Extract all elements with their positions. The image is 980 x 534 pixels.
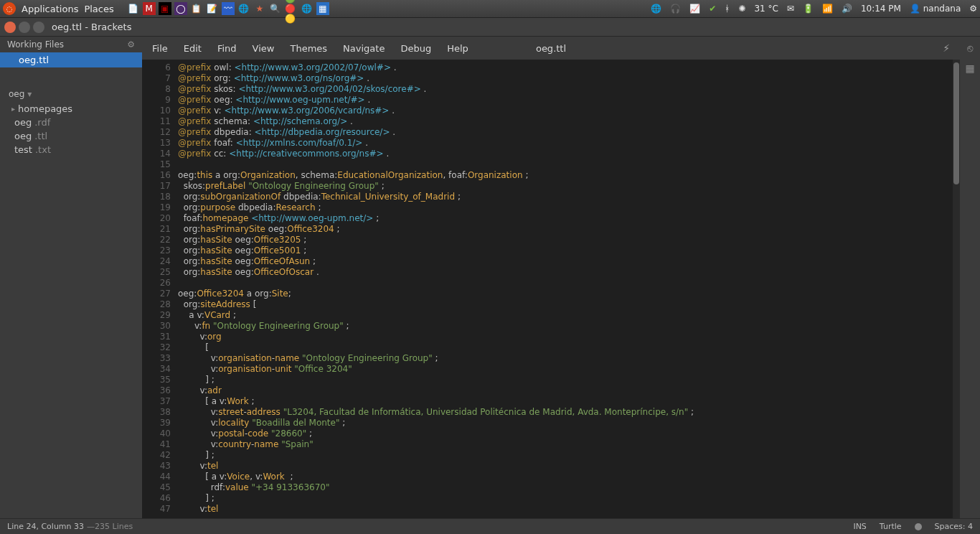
disclosure-triangle-icon: ▸ — [11, 105, 15, 113]
document-name: oeg.ttl — [536, 43, 566, 54]
menu-debug[interactable]: Debug — [400, 43, 431, 54]
indent-mode[interactable]: Spaces: 4 — [935, 522, 973, 531]
menu-view[interactable]: View — [253, 43, 275, 54]
os-menu-applications[interactable]: Applications — [22, 4, 78, 14]
right-toolbar: ⎋ ▦ — [960, 37, 980, 518]
window-title-text: oeg.ttl - Brackets — [52, 22, 131, 32]
tray-app-icon[interactable]: ◯ — [174, 2, 187, 15]
statusbar: Line 24, Column 33 — 235 Lines INS Turtl… — [0, 518, 980, 534]
indicator-icon[interactable]: 📈 — [689, 4, 700, 14]
line-count: 235 Lines — [95, 522, 133, 531]
wifi-icon[interactable]: 📶 — [822, 4, 833, 14]
clock-label: 10:14 PM — [861, 4, 901, 14]
tray-app-icon[interactable]: ▦ — [316, 2, 329, 15]
user-menu[interactable]: 👤 nandana — [910, 4, 961, 14]
tray-app-icon[interactable]: 🔍 — [269, 2, 282, 15]
bluetooth-icon[interactable]: ᚼ — [725, 4, 730, 14]
tray-app-icon[interactable]: 📄 — [127, 2, 140, 15]
project-folder[interactable]: ▸ homepages — [0, 102, 142, 116]
project-name[interactable]: oeg — [9, 89, 24, 99]
tray-app-icon[interactable]: M — [143, 2, 156, 15]
indicator-icon[interactable]: 🎧 — [670, 4, 681, 14]
temperature-label: 31 °C — [754, 4, 778, 14]
indicator-icon[interactable]: 🌐 — [651, 4, 661, 14]
window-close-icon[interactable] — [4, 22, 16, 33]
project-file-item[interactable]: oeg.rdf — [0, 116, 142, 129]
indicator-icon[interactable]: ✔ — [709, 4, 716, 14]
toolbar-icon[interactable]: ⎋ — [967, 42, 973, 54]
working-file-item[interactable]: oeg.ttl — [0, 52, 142, 67]
os-tray-app-icons: 📄 M ▣ ◯ 📋 📝 〰 🌐 ★ 🔍 🟢🔴🟡 🌐 ▦ — [127, 2, 329, 15]
menu-help[interactable]: Help — [447, 43, 468, 54]
menu-find[interactable]: Find — [217, 43, 237, 54]
tray-app-icon[interactable]: 📋 — [190, 2, 203, 15]
window-maximize-icon[interactable] — [33, 22, 44, 33]
menubar: FileEditFindViewThemesNavigateDebugHelp … — [142, 37, 960, 60]
scrollbar-thumb[interactable] — [953, 62, 959, 184]
tray-app-icon[interactable]: 🌐 — [301, 2, 314, 15]
volume-icon[interactable]: 🔊 — [842, 4, 852, 14]
mail-icon[interactable]: ✉ — [787, 4, 794, 14]
os-menu-places[interactable]: Places — [84, 4, 113, 14]
tray-app-icon[interactable]: 🌐 — [237, 2, 250, 15]
menu-navigate[interactable]: Navigate — [343, 43, 385, 54]
menu-themes[interactable]: Themes — [290, 43, 327, 54]
tray-app-icon[interactable]: ★ — [253, 2, 266, 15]
language-mode[interactable]: Turtle — [880, 522, 902, 531]
ubuntu-logo-icon[interactable]: ◌ — [3, 2, 16, 15]
tray-app-icon[interactable]: 〰 — [222, 2, 235, 15]
tray-app-icon[interactable]: 📝 — [206, 2, 219, 15]
lint-status-icon[interactable] — [915, 523, 922, 530]
sidebar-gear-icon[interactable]: ⚙ — [127, 39, 135, 50]
battery-icon[interactable]: 🔋 — [803, 4, 814, 14]
menu-file[interactable]: File — [152, 43, 168, 54]
project-file-item[interactable]: oeg.ttl — [0, 129, 142, 143]
window-titlebar: oeg.ttl - Brackets — [0, 18, 980, 37]
live-preview-icon[interactable]: ⚡ — [943, 42, 950, 54]
weather-icon[interactable]: ✺ — [738, 4, 745, 14]
scrollbar-track[interactable] — [953, 60, 960, 518]
working-files-header: Working Files — [7, 39, 64, 50]
extension-manager-icon[interactable]: ▦ — [965, 62, 974, 74]
window-minimize-icon[interactable] — [19, 22, 30, 33]
sidebar: Working Files ⚙ oeg.ttl oeg ▾ ▸ homepage… — [0, 37, 142, 518]
project-file-item[interactable]: test.txt — [0, 143, 142, 156]
code-editor[interactable]: 6789101112131415161718192021222324252627… — [142, 60, 960, 518]
tray-app-icon[interactable]: ▣ — [159, 2, 171, 15]
line-gutter: 6789101112131415161718192021222324252627… — [142, 60, 175, 518]
insert-mode[interactable]: INS — [853, 522, 866, 531]
tray-app-icon[interactable]: 🟢🔴🟡 — [285, 2, 298, 15]
cursor-position[interactable]: Line 24, Column 33 — [7, 522, 84, 531]
os-topbar: ◌ Applications Places 📄 M ▣ ◯ 📋 📝 〰 🌐 ★ … — [0, 0, 980, 18]
menu-edit[interactable]: Edit — [184, 43, 202, 54]
system-gear-icon[interactable]: ⚙ — [969, 4, 977, 14]
